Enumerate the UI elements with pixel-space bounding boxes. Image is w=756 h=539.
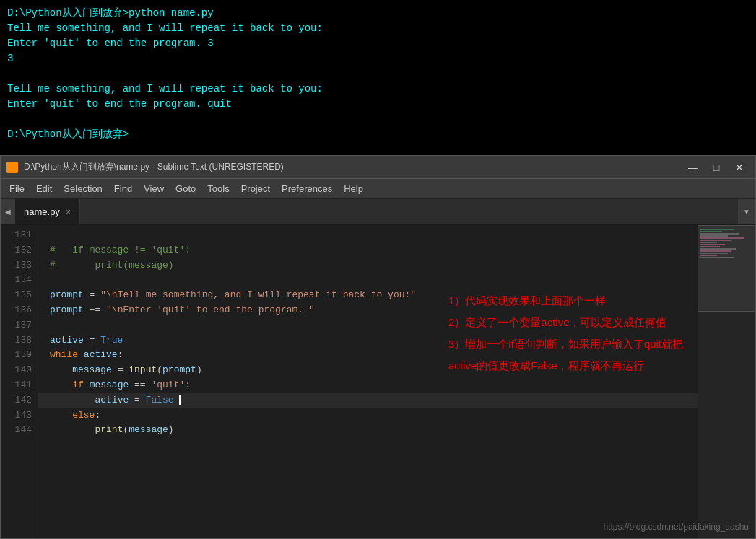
line-num-138: 138 (9, 333, 32, 349)
menu-goto[interactable]: Goto (170, 182, 201, 196)
line-num-141: 141 (9, 378, 32, 393)
code-line-138: active = True (38, 333, 698, 349)
terminal-line-4: 3 (7, 51, 749, 66)
code-line-142: active = False (38, 393, 698, 408)
line-num-131: 131 (9, 228, 32, 243)
sublime-window: S D:\Python从入门到放弃\name.py - Sublime Text… (0, 155, 756, 539)
menu-help[interactable]: Help (338, 182, 369, 196)
line-num-133: 133 (9, 258, 32, 273)
line-num-134: 134 (9, 273, 32, 288)
line-num-135: 135 (9, 288, 32, 303)
line-num-140: 140 (9, 363, 32, 378)
menu-file[interactable]: File (4, 182, 30, 196)
tab-label: name.py (24, 206, 60, 217)
terminal-line-3: Enter 'quit' to end the program. 3 (7, 36, 749, 51)
tab-bar: ◀ name.py × ▼ (1, 199, 755, 225)
watermark: https://blog.csdn.net/paidaxing_dashu (604, 522, 749, 532)
minimize-button[interactable]: — (683, 160, 703, 175)
terminal-line-5 (7, 66, 749, 82)
line-num-137: 137 (9, 318, 32, 333)
terminal-line-6: Tell me something, and I will repeat it … (7, 82, 749, 97)
terminal-line-9: D:\Python从入门到放弃> (7, 127, 749, 142)
line-num-144: 144 (9, 423, 32, 438)
window-controls: — □ ✕ (683, 160, 750, 175)
line-num-136: 136 (9, 303, 32, 318)
menu-find[interactable]: Find (108, 182, 138, 196)
terminal-line-1: D:\Python从入门到放弃>python name.py (7, 6, 749, 21)
editor-area: 131 132 133 134 135 136 137 138 139 140 … (1, 225, 755, 538)
tab-close-button[interactable]: × (66, 207, 71, 217)
terminal-line-2: Tell me something, and I will repeat it … (7, 21, 749, 36)
code-line-143: else: (38, 408, 698, 424)
code-line-144: print(message) (38, 423, 698, 438)
code-line-132: # if message != 'quit': (38, 243, 698, 258)
tab-name-py[interactable]: name.py × (15, 199, 80, 224)
terminal: D:\Python从入门到放弃>python name.py Tell me s… (0, 0, 756, 155)
line-num-139: 139 (9, 348, 32, 363)
tab-dropdown-button[interactable]: ▼ (738, 199, 755, 224)
menu-selection[interactable]: Selection (58, 182, 108, 196)
code-line-136: prompt += "\nEnter 'quit' to end the pro… (38, 303, 698, 318)
terminal-line-8 (7, 112, 749, 127)
close-button[interactable]: ✕ (729, 160, 750, 175)
menu-edit[interactable]: Edit (30, 182, 58, 196)
menu-bar: File Edit Selection Find View Goto Tools… (1, 179, 755, 199)
terminal-line-7: Enter 'quit' to end the program. quit (7, 97, 749, 112)
menu-preferences[interactable]: Preferences (276, 182, 338, 196)
menu-project[interactable]: Project (235, 182, 276, 196)
code-line-139: while active: (38, 348, 698, 363)
tab-nav-left[interactable]: ◀ (1, 199, 15, 224)
code-line-134 (38, 273, 698, 288)
code-line-137 (38, 318, 698, 333)
line-numbers: 131 132 133 134 135 136 137 138 139 140 … (1, 225, 38, 538)
line-num-132: 132 (9, 243, 32, 258)
line-num-142: 142 (9, 393, 32, 408)
maximize-button[interactable]: □ (706, 160, 726, 175)
title-bar: S D:\Python从入门到放弃\name.py - Sublime Text… (1, 156, 755, 179)
window-title: D:\Python从入门到放弃\name.py - Sublime Text (… (24, 161, 284, 173)
code-line-135: prompt = "\nTell me something, and I wil… (38, 288, 698, 303)
code-line-133: # print(message) (38, 258, 698, 273)
line-num-143: 143 (9, 408, 32, 424)
menu-tools[interactable]: Tools (201, 182, 235, 196)
code-line-140: message = input(prompt) (38, 363, 698, 378)
minimap[interactable] (698, 225, 755, 538)
code-line-141: if message == 'quit': (38, 378, 698, 393)
menu-view[interactable]: View (138, 182, 170, 196)
app-icon: S (6, 162, 18, 173)
code-line-131 (38, 228, 698, 243)
code-content[interactable]: # if message != 'quit': # print(message)… (38, 225, 698, 538)
